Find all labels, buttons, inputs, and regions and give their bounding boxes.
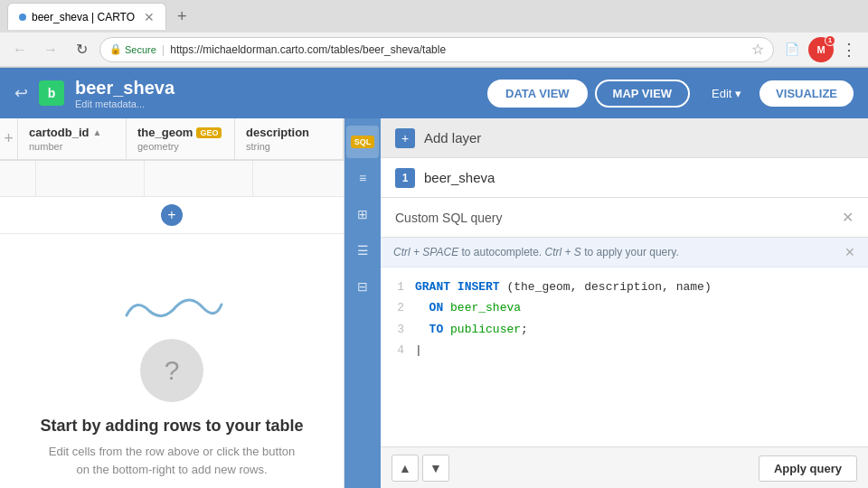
- profile-btn[interactable]: M 1: [808, 37, 834, 62]
- sidebar-chart-btn[interactable]: ≡: [346, 162, 379, 194]
- add-row-btn[interactable]: +: [161, 204, 183, 226]
- browser-tab[interactable]: beer_sheva | CARTO ✕: [7, 3, 166, 30]
- list-icon: ☰: [357, 243, 369, 258]
- code-line-2: 2 ON beer_sheva: [390, 297, 859, 318]
- col-name-cartodb: cartodb_id: [29, 126, 89, 139]
- app: ↩ b beer_sheva Edit metadata... DATA VIE…: [0, 68, 868, 488]
- col-type-geom: geometry: [137, 141, 223, 152]
- empty-icon: ?: [140, 339, 203, 402]
- empty-icon-glyph: ?: [165, 355, 180, 386]
- back-btn[interactable]: ←: [7, 37, 33, 62]
- sidebar-layers-btn[interactable]: ⊞: [346, 198, 379, 230]
- col-header-the-geom: the_geom GEO geometry: [127, 118, 235, 159]
- col-type-cartodb: number: [29, 141, 115, 152]
- col-header-cartodb-id: cartodb_id ▲ number: [18, 118, 127, 159]
- empty-desc: Edit cells from the row above or click t…: [45, 443, 298, 478]
- col-name-desc: description: [246, 126, 309, 139]
- new-tab-btn[interactable]: +: [170, 4, 194, 30]
- sql-panel: Custom SQL query ✕ Ctrl + SPACE to autoc…: [381, 198, 868, 488]
- table-row: [0, 161, 344, 197]
- app-icon-label: b: [48, 86, 56, 100]
- right-panel: SQL ≡ ⊞ ☰ ⊟ + Add l: [344, 118, 868, 488]
- bookmark-icon[interactable]: ☆: [751, 41, 764, 58]
- app-icon: b: [39, 80, 64, 106]
- sql-icon: SQL: [351, 136, 375, 148]
- layers-icon: ⊞: [357, 207, 368, 221]
- nav-actions: 📄 M 1 ⋮: [779, 37, 861, 62]
- layer-item[interactable]: 1 beer_sheva: [381, 158, 868, 198]
- empty-title: Start by adding rows to your table: [40, 417, 303, 436]
- address-bar[interactable]: 🔒 Secure | https://michaeldorman.carto.c…: [99, 37, 774, 62]
- sidebar-list-btn[interactable]: ☰: [346, 234, 379, 267]
- table-body: [0, 161, 344, 197]
- empty-state: ? Start by adding rows to your table Edi…: [0, 252, 344, 488]
- sidebar-grid-btn[interactable]: ⊟: [346, 270, 379, 303]
- line-num-1: 1: [390, 277, 404, 297]
- app-subtitle[interactable]: Edit metadata...: [75, 99, 175, 109]
- col-header-description: description string: [235, 118, 344, 159]
- code-line-4: 4 |: [390, 340, 859, 361]
- more-btn[interactable]: ⋮: [837, 38, 861, 61]
- layer-num: 1: [395, 168, 415, 188]
- line-num-4: 4: [390, 340, 404, 361]
- line-num-3: 3: [390, 319, 404, 340]
- sql-hint: Ctrl + SPACE to autocomplete. Ctrl + S t…: [381, 238, 868, 267]
- chart-icon: ≡: [359, 171, 366, 185]
- table-area: + cartodb_id ▲ number the_geom GEO geome…: [0, 118, 344, 488]
- line-code-2: ON beer_sheva: [415, 297, 521, 318]
- edit-btn[interactable]: Edit ▾: [712, 87, 741, 100]
- apply-query-btn[interactable]: Apply query: [759, 455, 857, 482]
- lock-icon: 🔒: [109, 43, 122, 55]
- tab-bar: beer_sheva | CARTO ✕ +: [0, 0, 868, 33]
- profile-initial: M: [816, 44, 825, 55]
- forward-btn[interactable]: →: [38, 37, 63, 62]
- visualize-btn[interactable]: VISUALIZE: [760, 80, 854, 107]
- col-type-desc: string: [246, 141, 332, 152]
- tab-map-view[interactable]: MAP VIEW: [595, 80, 691, 108]
- app-title: beer_sheva: [75, 78, 175, 99]
- add-layer-icon[interactable]: +: [395, 128, 415, 148]
- code-line-3: 3 TO publicuser;: [390, 319, 859, 340]
- arrow-down-btn[interactable]: ▼: [422, 455, 449, 482]
- app-title-block: beer_sheva Edit metadata...: [75, 78, 175, 109]
- line-code-3: TO publicuser;: [415, 319, 528, 340]
- add-layer-label: Add layer: [424, 130, 481, 145]
- extensions-btn[interactable]: 📄: [779, 37, 805, 62]
- profile-badge: 1: [825, 35, 835, 46]
- main-content: + cartodb_id ▲ number the_geom GEO geome…: [0, 118, 868, 488]
- arrow-up-btn[interactable]: ▲: [392, 455, 419, 482]
- sql-footer: ▲ ▼ Apply query: [381, 446, 868, 488]
- secure-badge: 🔒 Secure: [109, 43, 156, 55]
- table-header-row: + cartodb_id ▲ number the_geom GEO geome…: [0, 118, 344, 161]
- panel-main: + Add layer 1 beer_sheva Custom SQL quer…: [381, 118, 868, 488]
- sort-icon[interactable]: ▲: [92, 127, 101, 137]
- sidebar-sql-btn[interactable]: SQL: [346, 126, 379, 158]
- app-back-btn[interactable]: ↩: [14, 83, 28, 103]
- sql-panel-header: Custom SQL query ✕: [381, 198, 868, 238]
- add-row-area: +: [0, 197, 344, 234]
- reload-btn[interactable]: ↻: [69, 37, 94, 62]
- col-name-geom: the_geom: [137, 126, 193, 139]
- url-text: https://michaeldorman.carto.com/tables/b…: [170, 43, 746, 56]
- hint-text: Ctrl + SPACE to autocomplete. Ctrl + S t…: [393, 246, 679, 258]
- code-editor[interactable]: 1 GRANT INSERT (the_geom, description, n…: [381, 267, 868, 446]
- line-num-2: 2: [390, 297, 404, 318]
- tab-data-view[interactable]: DATA VIEW: [487, 80, 588, 108]
- line-code-1: GRANT INSERT (the_geom, description, nam…: [415, 277, 712, 297]
- app-header: ↩ b beer_sheva Edit metadata... DATA VIE…: [0, 68, 868, 118]
- tab-close-btn[interactable]: ✕: [144, 10, 155, 24]
- sql-close-btn[interactable]: ✕: [842, 209, 854, 226]
- line-code-4: |: [415, 340, 422, 361]
- code-line-1: 1 GRANT INSERT (the_geom, description, n…: [390, 277, 859, 297]
- add-column-btn[interactable]: +: [0, 118, 18, 159]
- tab-favicon: [19, 14, 26, 21]
- header-tabs: DATA VIEW MAP VIEW: [487, 80, 690, 108]
- tab-extras: [205, 5, 259, 27]
- sql-title: Custom SQL query: [395, 211, 503, 225]
- layer-name: beer_sheva: [424, 170, 495, 185]
- geo-badge: GEO: [196, 127, 222, 138]
- panel-sidebar: SQL ≡ ⊞ ☰ ⊟: [344, 118, 381, 488]
- hint-close-btn[interactable]: ✕: [844, 245, 855, 259]
- browser-chrome: beer_sheva | CARTO ✕ + ← → ↻ 🔒 Secure | …: [0, 0, 868, 68]
- secure-label: Secure: [125, 44, 156, 55]
